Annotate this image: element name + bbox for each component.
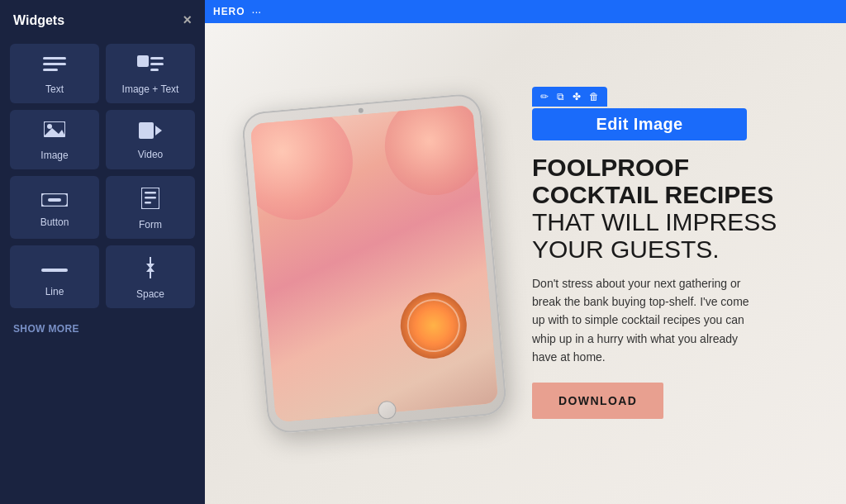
svg-marker-11	[155, 126, 162, 136]
headline: FOOLPROOF COCKTAIL RECIPES THAT WILL IMP…	[532, 154, 821, 263]
cocktail-glass-1	[250, 105, 358, 225]
svg-rect-18	[41, 269, 68, 272]
widget-button[interactable]: Button	[10, 176, 99, 239]
svg-marker-9	[44, 128, 65, 136]
video-icon	[139, 122, 162, 144]
widget-line[interactable]: Line	[10, 245, 99, 308]
sidebar-header: Widgets ×	[0, 0, 205, 37]
show-more-button[interactable]: SHOW MORE	[0, 315, 205, 343]
ipad-illustration	[230, 31, 519, 496]
widget-image-label: Image	[40, 150, 68, 161]
headline-bold: FOOLPROOF COCKTAIL RECIPES	[532, 154, 773, 208]
svg-rect-10	[139, 122, 154, 139]
text-icon	[43, 55, 66, 78]
sidebar: Widgets × Text	[0, 0, 205, 504]
grapefruit	[397, 290, 469, 362]
edit-image-label[interactable]: Edit Image	[596, 115, 682, 134]
widget-image-text-label: Image + Text	[122, 83, 179, 95]
widget-text-label: Text	[45, 83, 64, 95]
svg-rect-5	[150, 63, 164, 65]
main-content: HERO ···	[205, 0, 846, 504]
widget-image[interactable]: Image	[10, 110, 99, 169]
sidebar-close-button[interactable]: ×	[183, 12, 192, 29]
form-icon	[141, 188, 159, 214]
svg-rect-4	[150, 57, 164, 59]
hero-bar: HERO ···	[205, 0, 846, 23]
widget-space[interactable]: Space	[106, 245, 195, 308]
sidebar-title: Widgets	[13, 13, 64, 28]
svg-rect-13	[48, 198, 61, 202]
widget-form-label: Form	[139, 219, 162, 231]
line-icon	[41, 259, 68, 281]
space-icon	[141, 257, 159, 283]
subtext: Don't stress about your next gathering o…	[532, 274, 763, 367]
svg-rect-15	[145, 192, 156, 194]
headline-normal: THAT WILL IMPRESS YOUR GUESTS.	[532, 208, 777, 263]
edit-pencil-icon[interactable]: ✏	[537, 89, 552, 104]
svg-rect-16	[145, 197, 156, 199]
edit-copy-icon[interactable]: ⧉	[554, 89, 568, 104]
widget-video[interactable]: Video	[106, 110, 195, 169]
ipad-screen	[250, 105, 499, 422]
download-button[interactable]: DOWNLOAD	[532, 383, 663, 419]
widget-text[interactable]: Text	[10, 44, 99, 103]
ipad-device	[241, 93, 508, 435]
widget-space-label: Space	[136, 288, 164, 300]
widget-image-text[interactable]: Image + Text	[106, 44, 195, 103]
cocktail-glass-2	[381, 105, 488, 199]
widget-button-label: Button	[40, 216, 69, 228]
content-area: ✏ ⧉ ✤ 🗑 Edit Image FOOLPROOF COCKTAIL RE…	[205, 23, 846, 504]
hero-label: HERO	[213, 6, 245, 17]
edit-delete-icon[interactable]: 🗑	[586, 89, 602, 104]
cocktail-image	[250, 105, 499, 422]
svg-rect-0	[43, 57, 66, 59]
svg-point-8	[47, 124, 52, 129]
svg-marker-21	[146, 267, 154, 272]
hero-more-button[interactable]: ···	[252, 5, 262, 18]
svg-rect-2	[43, 69, 58, 71]
button-icon	[41, 190, 68, 212]
edit-image-bar[interactable]: ✏ ⧉ ✤ 🗑 Edit Image	[532, 108, 747, 140]
edit-image-toolbar: ✏ ⧉ ✤ 🗑	[532, 87, 607, 107]
widget-line-label: Line	[45, 286, 64, 297]
widget-form[interactable]: Form	[106, 176, 195, 239]
widgets-grid: Text Image + Text	[0, 37, 205, 315]
edit-move-icon[interactable]: ✤	[569, 89, 584, 104]
image-icon	[44, 121, 65, 145]
svg-rect-6	[150, 69, 159, 71]
right-content: ✏ ⧉ ✤ 🗑 Edit Image FOOLPROOF COCKTAIL RE…	[532, 23, 821, 504]
widget-video-label: Video	[138, 149, 163, 160]
image-text-icon	[137, 55, 164, 78]
ipad-camera	[359, 107, 364, 113]
svg-rect-17	[145, 202, 151, 204]
svg-rect-1	[43, 63, 66, 65]
svg-rect-3	[137, 55, 149, 67]
